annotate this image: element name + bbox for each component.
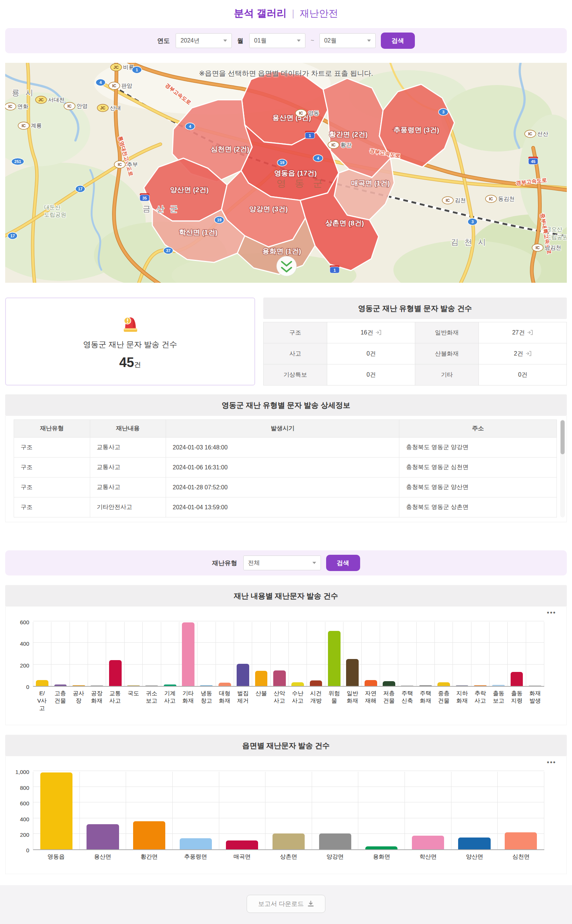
- y-tick-label: 0: [26, 684, 29, 690]
- x-tick-label: 주택 화재: [417, 690, 434, 712]
- goto-detail-icon: [525, 350, 532, 357]
- map-region-label: 상촌면 (8건): [325, 219, 364, 227]
- svg-text:산내: 산내: [110, 105, 121, 111]
- detail-cell: 2024-01-06 16:31:00: [166, 457, 399, 478]
- district-map[interactable]: 영 동 군용산면 (5건)심천면 (2건)황간면 (2건)추풍령면 (3건)영동…: [5, 63, 567, 283]
- svg-text:동김천: 동김천: [498, 195, 515, 202]
- road-number-badge: 4: [313, 155, 323, 162]
- scrollbar-thumb[interactable]: [561, 420, 564, 454]
- x-tick-label: 수난 사고: [288, 690, 306, 712]
- detail-col-header: 발생시기: [166, 420, 399, 437]
- year-select[interactable]: 2024년: [176, 33, 232, 48]
- type-value[interactable]: 16건: [327, 322, 415, 343]
- bar-기타화재: [182, 622, 194, 686]
- bar-심천면: [505, 833, 537, 850]
- detail-table-row[interactable]: 구조교통사고2024-01-03 16:48:00충청북도 영동군 양강면: [14, 437, 557, 457]
- type-label: 기타: [415, 364, 479, 386]
- svg-text:IC: IC: [68, 104, 72, 108]
- chart-column: [453, 622, 471, 686]
- chart-menu-icon[interactable]: •••: [547, 611, 556, 615]
- map-place-label: 대둔산: [44, 204, 61, 210]
- scroll-down-indicator[interactable]: [277, 256, 297, 276]
- detail-table-row[interactable]: 구조교통사고2024-01-06 16:31:00충청북도 영동군 심천면: [14, 457, 557, 478]
- bar-추풍령면: [180, 838, 212, 850]
- svg-text:김천: 김천: [455, 197, 466, 203]
- detail-table-row[interactable]: 구조기타안전사고2024-01-04 13:59:00충청북도 영동군 상촌면: [14, 498, 557, 518]
- svg-text:3: 3: [471, 220, 474, 224]
- chart-column: [417, 622, 435, 686]
- road-number-badge: 17: [8, 233, 17, 239]
- bar-국도: [127, 685, 140, 686]
- ic-badge-남김천: IC남김천: [532, 244, 561, 251]
- map-canvas[interactable]: 영 동 군용산면 (5건)심천면 (2건)황간면 (2건)추풍령면 (3건)영동…: [5, 63, 567, 283]
- report-download-button[interactable]: 보고서 다운로드: [247, 895, 325, 913]
- detail-cell: 구조: [14, 478, 90, 498]
- table-scrollbar[interactable]: [560, 420, 565, 518]
- y-tick-label: 400: [20, 640, 29, 647]
- content-chart-section: 재난 내용별 재난문자 발송 건수 ••• 0200400600E/ V사 고고…: [5, 585, 567, 725]
- detail-cell: 2024-01-28 07:52:00: [166, 478, 399, 498]
- detail-table-row[interactable]: 구조교통사고2024-01-28 07:52:00충청북도 영동군 양산면: [14, 478, 557, 498]
- bar-귀소보고: [145, 685, 158, 686]
- range-tilde: ~: [311, 37, 314, 44]
- x-tick-label: 산불: [252, 690, 270, 712]
- type-search-button[interactable]: 검색: [326, 555, 360, 571]
- svg-text:4: 4: [99, 80, 102, 85]
- page-title: 분석 갤러리 | 재난안전: [0, 0, 572, 23]
- type-count: 27건: [512, 329, 525, 336]
- svg-text:4: 4: [189, 124, 191, 129]
- chevron-down-icon: [223, 40, 227, 42]
- month-to-select[interactable]: 02월: [319, 33, 376, 48]
- page: 분석 갤러리 | 재난안전 연도 2024년 월 01월 ~ 02월 검색: [0, 0, 572, 924]
- bar-매곡면: [226, 840, 258, 850]
- bar-교통사고: [109, 660, 122, 686]
- type-value: 0건: [327, 343, 415, 364]
- chart-column: [219, 772, 266, 850]
- bar-고층건물: [54, 685, 67, 686]
- detail-cell: 구조: [14, 437, 90, 457]
- bar-벌집제거: [237, 664, 249, 686]
- total-count-card: 영동군 재난 문자 발송 건수 45건: [5, 298, 255, 386]
- district-chart-title: 읍면별 재난문자 발송 건수: [5, 735, 567, 756]
- chart-menu-icon[interactable]: •••: [547, 761, 556, 764]
- road-number-badge: 4: [185, 123, 195, 130]
- road-number-badge: 19: [214, 217, 224, 223]
- detail-cell: 2024-01-04 13:59:00: [166, 498, 399, 518]
- bar-E/V사고: [36, 680, 48, 686]
- goto-detail-icon: [375, 329, 382, 336]
- detail-cell: 교통사고: [90, 478, 166, 498]
- bar-양강면: [319, 833, 351, 850]
- chart-column: [216, 622, 234, 686]
- month-to-value: 02월: [324, 37, 337, 45]
- type-value[interactable]: 27건: [479, 322, 567, 343]
- page-title-sub: 재난안전: [300, 8, 338, 19]
- month-from-value: 01월: [254, 37, 267, 45]
- x-tick-label: 추락 사고: [471, 690, 489, 712]
- chart-column: [270, 622, 289, 686]
- road-number-badge: 3: [438, 109, 448, 116]
- bar-자연재해: [365, 680, 377, 686]
- bar-공장화재: [90, 685, 103, 686]
- y-tick-label: 800: [20, 784, 29, 791]
- disaster-type-select[interactable]: 전체: [243, 555, 321, 570]
- x-tick-label: 황간면: [126, 853, 172, 860]
- type-label: 일반화재: [415, 322, 479, 343]
- x-tick-label: 출동 보고: [490, 690, 508, 712]
- district-chart-section: 읍면별 재난문자 발송 건수 ••• 02004006008001,000영동읍…: [5, 735, 567, 874]
- chart-column: [307, 622, 325, 686]
- type-label: 기상특보: [264, 364, 327, 386]
- search-button[interactable]: 검색: [381, 33, 415, 49]
- svg-text:IC: IC: [489, 197, 493, 201]
- type-value[interactable]: 2건: [479, 343, 567, 364]
- chart-column: [289, 622, 307, 686]
- bar-시건개방: [310, 681, 322, 686]
- chart-column: [451, 772, 498, 850]
- district-chart-card: ••• 02004006008001,000영동읍용산면황간면추풍령면매곡면상촌…: [5, 756, 567, 874]
- x-tick-label: 교통 사고: [106, 690, 124, 712]
- jc-badge-서대전: JC서대전: [36, 96, 65, 104]
- svg-text:계룡: 계룡: [31, 122, 42, 129]
- map-region-label: 영동읍 (17건): [274, 169, 317, 177]
- svg-text:1: 1: [309, 133, 311, 138]
- y-tick-label: 1,000: [15, 769, 29, 775]
- month-from-select[interactable]: 01월: [249, 33, 305, 48]
